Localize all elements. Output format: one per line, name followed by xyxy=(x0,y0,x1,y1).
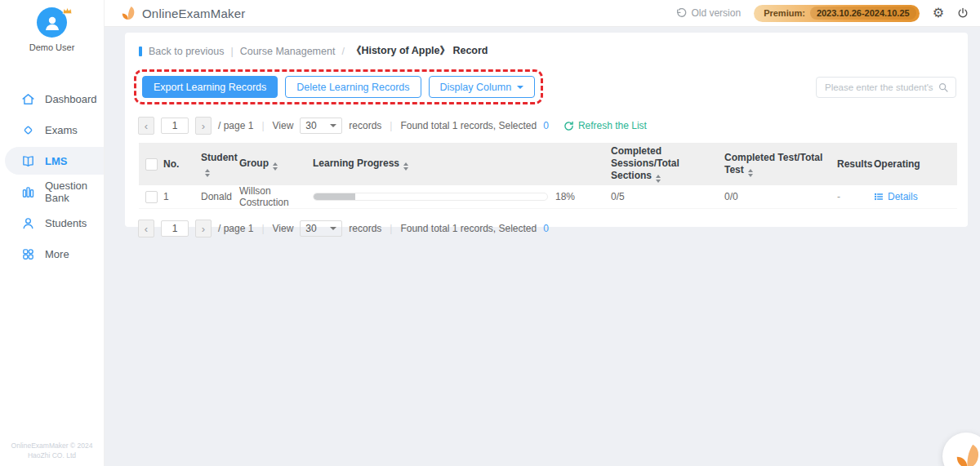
old-version-link[interactable]: Old version xyxy=(676,7,741,19)
select-caret-icon xyxy=(330,124,336,127)
refresh-icon xyxy=(564,121,574,131)
sidebar-item-label: LMS xyxy=(45,155,67,167)
content-card: Back to previous | Course Management / 《… xyxy=(125,33,968,227)
prev-page-button[interactable]: ‹ xyxy=(138,117,154,135)
search-icon[interactable] xyxy=(938,82,949,93)
prev-page-button[interactable]: ‹ xyxy=(138,220,154,237)
found-total-text: Found total 1 records, Selected xyxy=(400,223,537,234)
breadcrumb-course-management[interactable]: Course Management xyxy=(240,46,336,57)
user-name: Demo User xyxy=(29,42,75,52)
brand-name: OnlineExamMaker xyxy=(142,7,245,20)
person-icon xyxy=(21,216,35,230)
cell-student: Donald xyxy=(201,191,239,202)
sort-icon[interactable] xyxy=(403,162,408,171)
cell-progress: 18% xyxy=(313,191,611,202)
old-version-label: Old version xyxy=(691,7,741,19)
page-size-select[interactable]: 30 xyxy=(300,118,342,134)
undo-icon xyxy=(676,8,687,19)
sidebar-item-label: Exams xyxy=(45,124,78,136)
crown-badge-icon xyxy=(62,4,73,19)
sidebar-item-label: More xyxy=(45,248,69,260)
table-row: 1 Donald Willson Costruction 18% 0/5 0/0… xyxy=(139,185,957,209)
breadcrumb-separator: / xyxy=(341,46,344,57)
power-icon[interactable] xyxy=(957,7,969,19)
corner-brand-logo[interactable] xyxy=(942,433,980,466)
select-caret-icon xyxy=(330,227,336,230)
col-header-tests[interactable]: Completed Test/Total Test xyxy=(724,152,837,177)
page-number-input[interactable] xyxy=(161,118,189,134)
table-header-row: No. Student Group Learning Progress Comp… xyxy=(139,143,957,185)
pager-separator: | xyxy=(388,223,394,234)
cell-no: 1 xyxy=(163,191,201,202)
footer-line1: OnlineExamMaker © 2024 xyxy=(0,441,104,451)
app-window: OnlineExamMaker Old version Premium: 202… xyxy=(0,0,980,466)
col-header-group[interactable]: Group xyxy=(239,158,313,171)
pager-separator: | xyxy=(260,223,265,234)
sort-icon[interactable] xyxy=(748,169,753,177)
breadcrumb-current: 《History of Apple》 Record xyxy=(351,44,488,58)
sidebar-item-question-bank[interactable]: Question Bank xyxy=(0,176,104,207)
page-text: / page 1 xyxy=(218,223,253,234)
display-column-label: Display Column xyxy=(440,82,512,93)
sort-icon[interactable] xyxy=(273,162,278,171)
brand-logo-icon xyxy=(119,5,136,21)
delete-learning-records-button[interactable]: Delete Learning Records xyxy=(285,76,421,98)
search-box xyxy=(816,77,956,98)
details-label: Details xyxy=(888,191,918,202)
select-all-checkbox[interactable] xyxy=(145,158,158,171)
export-learning-records-button[interactable]: Export Learning Records xyxy=(142,76,278,98)
pager-separator: | xyxy=(388,120,394,131)
page-text: / page 1 xyxy=(218,120,253,131)
display-column-button[interactable]: Display Column xyxy=(429,76,536,98)
next-page-button[interactable]: › xyxy=(195,117,212,135)
settings-gear-icon[interactable]: ⚙ xyxy=(933,7,944,20)
progress-track xyxy=(313,193,548,201)
grid-icon xyxy=(21,247,35,261)
col-header-sessions[interactable]: Completed Sessions/Total Sections xyxy=(611,145,724,183)
top-bar: OnlineExamMaker Old version Premium: 202… xyxy=(105,0,980,27)
sidebar-item-students[interactable]: Students xyxy=(0,207,104,238)
col-header-no: No. xyxy=(163,158,201,171)
refresh-list-link[interactable]: Refresh the List xyxy=(564,120,647,131)
breadcrumb-separator: | xyxy=(230,46,233,57)
col-header-operating: Operating xyxy=(874,158,957,171)
page-size-value: 30 xyxy=(305,223,316,234)
premium-badge[interactable]: Premium: 2023.10.26-2024.10.25 xyxy=(754,5,920,22)
sidebar-item-dashboard[interactable]: Dashboard xyxy=(0,83,104,114)
bank-icon xyxy=(21,185,35,199)
details-link[interactable]: Details xyxy=(874,191,957,202)
view-label: View xyxy=(273,120,294,131)
sidebar-menu: Dashboard Exams LMS xyxy=(0,83,104,269)
home-icon xyxy=(21,92,35,106)
row-checkbox[interactable] xyxy=(145,191,158,203)
col-header-student[interactable]: Student xyxy=(201,152,239,177)
back-to-previous-link[interactable]: Back to previous xyxy=(149,46,224,57)
premium-label: Premium: xyxy=(764,8,805,18)
col-header-learning-progress[interactable]: Learning Progress xyxy=(313,158,611,171)
progress-percent: 18% xyxy=(555,191,575,202)
next-page-button[interactable]: › xyxy=(195,220,212,237)
toolbar: Export Learning Records Delete Learning … xyxy=(125,69,968,104)
brand: OnlineExamMaker xyxy=(119,5,245,21)
selected-count: 0 xyxy=(543,223,549,234)
sort-icon[interactable] xyxy=(656,175,661,183)
red-dashed-annotation: Export Learning Records Delete Learning … xyxy=(134,69,543,104)
cell-tests: 0/0 xyxy=(724,191,837,202)
pagination-top: ‹ › / page 1 | View 30 records | Found t… xyxy=(138,117,968,135)
search-input[interactable] xyxy=(817,82,936,92)
sidebar-item-more[interactable]: More xyxy=(0,238,104,269)
top-right-cluster: Old version Premium: 2023.10.26-2024.10.… xyxy=(676,5,969,22)
sidebar-item-label: Question Bank xyxy=(45,180,104,204)
sidebar-item-lms[interactable]: LMS xyxy=(0,145,104,176)
view-label: View xyxy=(273,223,294,234)
selected-count: 0 xyxy=(543,120,549,131)
sidebar-item-exams[interactable]: Exams xyxy=(0,114,104,145)
found-total-text: Found total 1 records, Selected xyxy=(400,120,537,131)
cell-results: - xyxy=(837,191,874,202)
page-number-input[interactable] xyxy=(161,220,189,237)
sort-icon[interactable] xyxy=(205,169,210,177)
page-size-select[interactable]: 30 xyxy=(300,220,342,237)
chevron-down-icon xyxy=(517,86,523,89)
sidebar-item-label: Dashboard xyxy=(45,93,97,105)
avatar[interactable] xyxy=(37,7,67,38)
